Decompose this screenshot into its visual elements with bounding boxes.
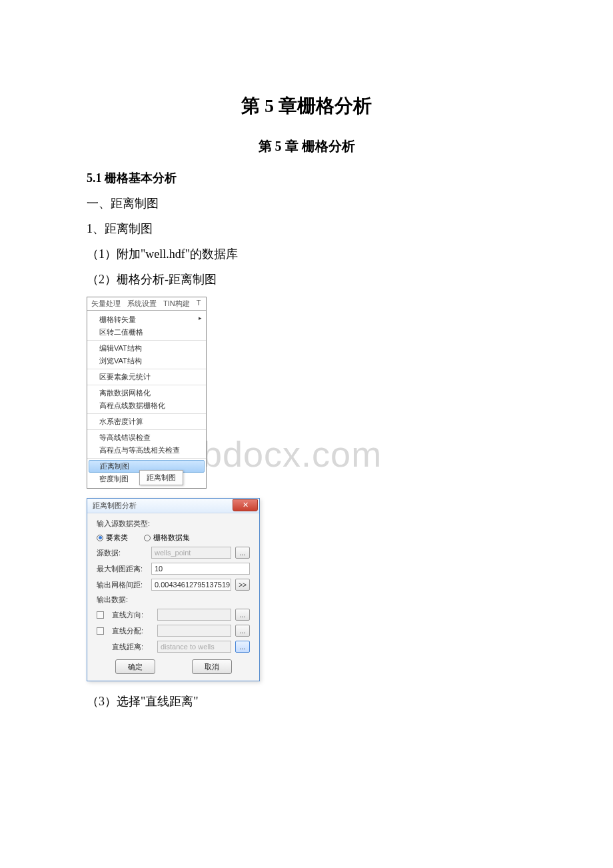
straight-direction-input[interactable] <box>157 609 231 621</box>
text-line: 1、距离制图 <box>87 221 526 237</box>
source-data-label: 源数据: <box>97 548 147 558</box>
menubar: 矢量处理 系统设置 TIN构建 T <box>87 297 206 311</box>
radio-feature-label: 要素类 <box>106 533 128 543</box>
menubar-item[interactable]: 矢量处理 <box>91 299 121 309</box>
cell-size-label: 输出网格间距: <box>97 580 147 590</box>
straight-distance-label: 直线距离: <box>112 642 153 652</box>
source-browse-button[interactable]: ... <box>235 547 250 559</box>
max-distance-input[interactable]: 10 <box>151 563 250 575</box>
menu-screenshot: 矢量处理 系统设置 TIN构建 T 栅格转矢量 区转二值栅格 编辑VAT结构 浏… <box>87 297 207 489</box>
menu-item-elev-rasterize[interactable]: 高程点线数据栅格化 <box>87 399 206 412</box>
menu-item-edit-vat[interactable]: 编辑VAT结构 <box>87 342 206 355</box>
chapter-title: 第 5 章栅格分析 <box>87 93 526 119</box>
menu-item-grid-discrete[interactable]: 离散数据网格化 <box>87 387 206 399</box>
dialog-titlebar: 距离制图分析 ✕ <box>87 499 259 513</box>
straight-direction-label: 直线方向: <box>112 610 153 620</box>
text-line: （2）栅格分析-距离制图 <box>87 271 526 287</box>
menubar-item[interactable]: 系统设置 <box>127 299 157 309</box>
dialog-title: 距离制图分析 <box>93 501 137 511</box>
menubar-item[interactable]: T <box>197 299 201 309</box>
straight-allocation-label: 直线分配: <box>112 626 153 636</box>
straight-direction-browse[interactable]: ... <box>235 609 250 621</box>
close-button[interactable]: ✕ <box>233 499 258 511</box>
max-distance-label: 最大制图距离: <box>97 564 147 574</box>
menu-item-drainage-density[interactable]: 水系密度计算 <box>87 415 206 428</box>
menu-item-zone-binary[interactable]: 区转二值栅格 <box>87 326 206 339</box>
radio-raster-dataset[interactable] <box>144 535 151 541</box>
menu-item-browse-vat[interactable]: 浏览VAT结构 <box>87 355 206 367</box>
menu-item-contour-check[interactable]: 等高线错误检查 <box>87 431 206 444</box>
straight-distance-browse[interactable]: ... <box>235 641 250 653</box>
text-line: 一、距离制图 <box>87 195 526 211</box>
text-line: （3）选择"直线距离" <box>87 693 526 709</box>
close-icon: ✕ <box>243 501 249 509</box>
straight-allocation-checkbox[interactable] <box>97 627 104 635</box>
source-data-input[interactable]: wells_point <box>151 547 231 559</box>
straight-distance-input[interactable]: distance to wells <box>157 641 231 653</box>
submenu-flyout[interactable]: 距离制图 <box>139 470 183 485</box>
straight-allocation-input[interactable] <box>157 625 231 637</box>
distance-dialog: 距离制图分析 ✕ 输入源数据类型: 要素类 栅格数据集 源数据: <box>87 498 260 681</box>
text-line: （1）附加"well.hdf"的数据库 <box>87 246 526 262</box>
menu-item-elev-contour-check[interactable]: 高程点与等高线相关检查 <box>87 444 206 457</box>
section-5-1-heading: 5.1 栅格基本分析 <box>87 170 526 186</box>
menu-item-zone-stats[interactable]: 区要素象元统计 <box>87 371 206 383</box>
straight-direction-checkbox[interactable] <box>97 611 104 619</box>
radio-raster-label: 栅格数据集 <box>153 533 190 543</box>
output-data-label: 输出数据: <box>97 595 128 605</box>
chapter-subtitle: 第 5 章 栅格分析 <box>87 137 526 155</box>
radio-feature-class[interactable] <box>97 535 103 541</box>
straight-allocation-browse[interactable]: ... <box>235 625 250 637</box>
cell-size-input[interactable]: 0.00434612795137519 <box>151 579 231 591</box>
cancel-button[interactable]: 取消 <box>192 659 232 674</box>
source-type-label: 输入源数据类型: <box>97 519 150 529</box>
menu-item-raster-to-vector[interactable]: 栅格转矢量 <box>87 313 206 326</box>
ok-button[interactable]: 确定 <box>115 659 155 674</box>
menubar-item[interactable]: TIN构建 <box>163 299 190 309</box>
expand-button[interactable]: >> <box>235 579 250 591</box>
